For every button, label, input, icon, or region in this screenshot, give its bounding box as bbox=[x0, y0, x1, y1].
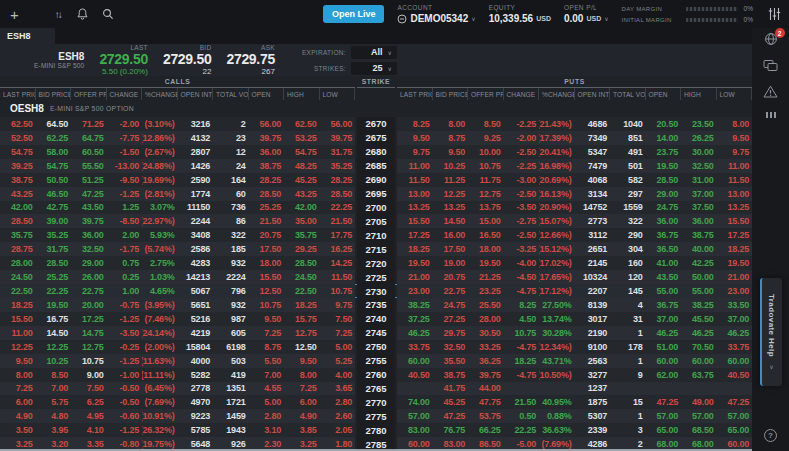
option-row-2705[interactable]: 28.5039.0039.75-8.50(22.97%)22448621.503… bbox=[0, 214, 752, 228]
calls-total-vol-cell[interactable]: 419 bbox=[213, 368, 249, 382]
puts-high-cell[interactable]: 37.50 bbox=[681, 201, 717, 215]
calls-high-cell[interactable]: 12.75 bbox=[284, 326, 320, 340]
puts-offer-price-cell[interactable]: 9.25 bbox=[468, 131, 504, 145]
puts-high-cell[interactable]: 37.00 bbox=[681, 187, 717, 201]
calls-offer-price-cell[interactable]: 55.50 bbox=[71, 159, 107, 173]
calls-low-cell[interactable]: 22.25 bbox=[320, 201, 356, 215]
calls-low-cell[interactable]: 28.50 bbox=[320, 187, 356, 201]
calls-last-price-cell[interactable]: 28.75 bbox=[0, 242, 36, 256]
option-row-2745[interactable]: 11.0014.5014.75-3.50(24.14%)42196057.251… bbox=[0, 326, 752, 340]
notifications-bell-icon[interactable] bbox=[77, 8, 88, 20]
calls-pct-change-cell[interactable]: 4.65% bbox=[142, 284, 178, 298]
puts-high-cell[interactable]: 42.25 bbox=[681, 256, 717, 270]
puts-total-vol-cell[interactable]: 582 bbox=[610, 173, 646, 187]
calls-bid-price-cell[interactable]: 7.00 bbox=[36, 382, 72, 396]
calls-last-price-cell[interactable]: 3.50 bbox=[0, 423, 36, 437]
puts-pct-change-cell[interactable]: (20.69%) bbox=[539, 173, 575, 187]
calls-open-int-cell[interactable]: 4000 bbox=[178, 354, 214, 368]
calls-open-int-cell[interactable]: 3408 bbox=[178, 228, 214, 242]
puts-pct-change-cell[interactable]: 36.63% bbox=[539, 423, 575, 437]
puts-offer-price-cell[interactable]: 21.25 bbox=[468, 270, 504, 284]
calls-high-cell[interactable]: 24.50 bbox=[284, 270, 320, 284]
option-row-2755[interactable]: 9.5010.2510.75-1.25(11.63%)40005035.509.… bbox=[0, 354, 752, 368]
puts-column-header-bid-price[interactable]: BID PRICE bbox=[433, 88, 469, 100]
strike-cell[interactable]: 2770 bbox=[357, 395, 395, 409]
puts-change-cell[interactable]: -3.00 bbox=[504, 173, 540, 187]
puts-pct-change-cell[interactable]: 40.95% bbox=[539, 395, 575, 409]
puts-bid-price-cell[interactable]: 14.50 bbox=[433, 214, 469, 228]
calls-pct-change-cell[interactable]: (26.32%) bbox=[142, 423, 178, 437]
puts-pct-change-cell[interactable]: (15.07%) bbox=[539, 214, 575, 228]
calls-offer-price-cell[interactable]: 14.75 bbox=[71, 326, 107, 340]
puts-bid-price-cell[interactable]: 12.25 bbox=[433, 187, 469, 201]
calls-high-cell[interactable]: 6.00 bbox=[284, 395, 320, 409]
strike-cell[interactable]: 2675 bbox=[357, 131, 395, 145]
module-grid-icon[interactable] bbox=[766, 111, 776, 119]
puts-open-cell[interactable]: 37.00 bbox=[646, 312, 682, 326]
calls-total-vol-cell[interactable]: 2 bbox=[213, 117, 249, 131]
puts-bid-price-cell[interactable]: 32.50 bbox=[433, 340, 469, 354]
option-row-2760[interactable]: 8.008.509.00-1.00(11.11%)52824197.008.00… bbox=[0, 368, 752, 382]
calls-open-cell[interactable]: 12.50 bbox=[249, 284, 285, 298]
puts-total-vol-cell[interactable]: 145 bbox=[610, 284, 646, 298]
calls-high-cell[interactable]: 22.50 bbox=[284, 284, 320, 298]
puts-total-vol-cell[interactable]: 1040 bbox=[610, 117, 646, 131]
puts-bid-price-cell[interactable]: 20.75 bbox=[433, 270, 469, 284]
puts-change-cell[interactable]: -2.50 bbox=[504, 187, 540, 201]
puts-high-cell[interactable]: 49.00 bbox=[681, 395, 717, 409]
calls-last-price-cell[interactable]: 35.75 bbox=[0, 228, 36, 242]
calls-offer-price-cell[interactable]: 12.75 bbox=[71, 340, 107, 354]
calls-bid-price-cell[interactable]: 35.25 bbox=[36, 228, 72, 242]
puts-last-price-cell[interactable] bbox=[397, 382, 433, 396]
calls-open-int-cell[interactable]: 14213 bbox=[178, 270, 214, 284]
puts-open-int-cell[interactable]: 3112 bbox=[575, 228, 611, 242]
calls-high-cell[interactable]: 8.00 bbox=[284, 368, 320, 382]
calls-change-cell[interactable]: 0.25 bbox=[107, 270, 143, 284]
puts-offer-price-cell[interactable]: 16.50 bbox=[468, 228, 504, 242]
calls-bid-price-cell[interactable]: 4.80 bbox=[36, 409, 72, 423]
puts-total-vol-cell[interactable]: 1559 bbox=[610, 201, 646, 215]
calls-low-cell[interactable]: 2.05 bbox=[320, 423, 356, 437]
calls-total-vol-cell[interactable]: 605 bbox=[213, 326, 249, 340]
calls-bid-price-cell[interactable]: 46.50 bbox=[36, 187, 72, 201]
calls-column-header-high[interactable]: HIGH bbox=[284, 88, 320, 100]
calls-low-cell[interactable]: 4.00 bbox=[320, 368, 356, 382]
puts-total-vol-cell[interactable]: 1 bbox=[610, 326, 646, 340]
calls-last-price-cell[interactable]: 42.00 bbox=[0, 201, 36, 215]
puts-low-cell[interactable]: 46.25 bbox=[717, 326, 753, 340]
calls-open-int-cell[interactable]: 3216 bbox=[178, 117, 214, 131]
calls-low-cell[interactable]: 21.50 bbox=[320, 214, 356, 228]
strike-cell[interactable]: 2725 bbox=[357, 270, 395, 284]
calls-open-int-cell[interactable]: 5216 bbox=[178, 312, 214, 326]
puts-offer-price-cell[interactable]: 15.00 bbox=[468, 214, 504, 228]
calls-open-cell[interactable]: 3.10 bbox=[249, 423, 285, 437]
puts-low-cell[interactable]: 9.50 bbox=[717, 131, 753, 145]
puts-pct-change-cell[interactable]: 13.74% bbox=[539, 312, 575, 326]
calls-low-cell[interactable]: 14.25 bbox=[320, 256, 356, 270]
puts-high-cell[interactable]: 30.00 bbox=[681, 145, 717, 159]
calls-pct-change-cell[interactable]: (24.88%) bbox=[142, 159, 178, 173]
calls-low-cell[interactable]: 7.50 bbox=[320, 312, 356, 326]
strike-cell[interactable]: 2705 bbox=[357, 214, 395, 228]
calls-pct-change-cell[interactable]: (3.10%) bbox=[142, 117, 178, 131]
calls-offer-price-cell[interactable]: 7.50 bbox=[71, 382, 107, 396]
puts-high-cell[interactable]: 46.25 bbox=[681, 326, 717, 340]
calls-offer-price-cell[interactable]: 10.75 bbox=[71, 354, 107, 368]
calls-open-cell[interactable]: 28.25 bbox=[249, 173, 285, 187]
calls-open-cell[interactable]: 36.00 bbox=[249, 145, 285, 159]
puts-total-vol-cell[interactable]: 120 bbox=[610, 270, 646, 284]
calls-low-cell[interactable]: 17.75 bbox=[320, 228, 356, 242]
puts-last-price-cell[interactable]: 40.50 bbox=[397, 368, 433, 382]
strike-cell[interactable]: 2735 bbox=[357, 298, 395, 312]
calls-open-int-cell[interactable]: 2244 bbox=[178, 214, 214, 228]
puts-last-price-cell[interactable]: 11.50 bbox=[397, 173, 433, 187]
puts-last-price-cell[interactable]: 9.75 bbox=[397, 145, 433, 159]
puts-last-price-cell[interactable]: 9.50 bbox=[397, 131, 433, 145]
calls-bid-price-cell[interactable]: 19.50 bbox=[36, 298, 72, 312]
puts-offer-price-cell[interactable]: 8.50 bbox=[468, 117, 504, 131]
option-row-2710[interactable]: 35.7535.2536.002.005.93%340832220.7535.7… bbox=[0, 228, 752, 242]
puts-open-int-cell[interactable]: 4686 bbox=[575, 117, 611, 131]
puts-low-cell[interactable]: 23.00 bbox=[717, 284, 753, 298]
puts-high-cell[interactable]: 32.50 bbox=[681, 159, 717, 173]
calls-high-cell[interactable]: 9.50 bbox=[284, 354, 320, 368]
